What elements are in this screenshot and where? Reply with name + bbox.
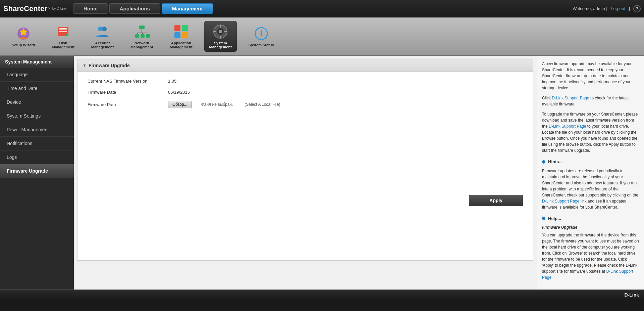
disk-management-label: DiskManagement [52,41,74,49]
hints-title: Hints... [548,159,562,165]
bottom-bar: D-Link [0,290,644,300]
icon-account-management[interactable]: AccountManagement [86,21,119,52]
right-panel-intro: A new firmware upgrade may be available … [542,61,639,91]
svg-text:i: i [260,28,263,38]
svg-rect-21 [174,32,180,38]
main-area: System Management Language Time and Date… [0,56,644,290]
system-management-icon [212,24,228,40]
system-status-icon: i [253,26,269,42]
help-icon[interactable]: ? [633,5,641,12]
icon-system-status[interactable]: i System Status [244,23,279,50]
svg-point-7 [66,34,68,36]
content-area: ▼ Firmware Upgrade Current NAS Firmware … [74,56,537,290]
icon-setup-wizard[interactable]: Setup Wizard [7,23,40,50]
svg-point-29 [219,30,222,33]
nav-tab-management[interactable]: Management [162,3,213,14]
logo-tm: ™ [47,7,51,10]
svg-point-8 [98,27,103,31]
firmware-date-value: 05/19/2015 [168,90,190,95]
sidebar: System Management Language Time and Date… [0,56,74,290]
sidebar-item-firmware-upgrade[interactable]: Firmware Upgrade [0,164,74,178]
help-subtitle: Firmware Upgrade [542,224,639,230]
topbar-right: Welcome, admin [ Log out ] ? [573,5,641,12]
hints-section: Hints... Firmware updates are released p… [542,159,639,210]
application-management-label: ApplicationManagement [170,41,192,49]
select-file-hint: (Select A Local File) [245,102,280,107]
network-management-icon [134,24,150,40]
setup-wizard-icon [15,26,32,42]
right-panel: A new firmware upgrade may be available … [537,56,644,290]
account-management-label: AccountManagement [91,41,114,49]
sidebar-item-time-and-date[interactable]: Time and Date [0,82,74,95]
svg-rect-5 [59,31,67,32]
dlink-logo: D-Link [624,292,639,298]
icon-bar: Setup Wizard DiskManagement AccountManag… [0,17,644,56]
logo-text: ShareCenter [3,4,47,13]
browse-button[interactable]: Обзор... [168,101,192,108]
dlink-support-link-3[interactable]: D-Link Support Page [542,199,579,204]
svg-rect-10 [139,26,145,29]
dlink-support-link-1[interactable]: D-Link Support Page [552,96,589,100]
apply-area: Apply [77,188,533,213]
help-text: You can upgrade the firmware of the devi… [542,232,639,280]
logout-link[interactable]: Log out [611,6,625,11]
help-title: Help... [548,215,561,222]
apply-button[interactable]: Apply [469,195,523,206]
help-dot [542,217,545,220]
firmware-path-label: Firmware Path [88,102,161,107]
setup-wizard-label: Setup Wizard [12,43,35,47]
system-management-label: SystemManagement [209,41,232,49]
firmware-section-header: ▼ Firmware Upgrade [77,59,533,72]
topbar: ShareCenter™ by D-Link Home Applications… [0,0,644,17]
sidebar-item-language[interactable]: Language [0,68,74,82]
hints-header: Hints... [542,159,639,165]
right-panel-upgrade: To upgrade the firmware on your ShareCen… [542,111,639,153]
firmware-version-label: Current NAS Firmware Version [88,79,161,84]
disk-management-icon [55,24,71,40]
sidebar-item-notifications[interactable]: Notifications [0,137,74,150]
svg-rect-12 [141,34,145,38]
hints-text: Firmware updates are released periodical… [542,168,639,210]
svg-rect-25 [220,25,221,28]
help-header: Help... [542,215,639,222]
logo-byline: by D-Link [52,7,66,10]
firmware-date-row: Firmware Date 05/19/2015 [88,90,523,95]
collapse-icon[interactable]: ▼ [83,63,87,68]
nav-tabs: Home Applications Management [73,3,213,14]
svg-point-9 [102,27,107,31]
account-management-icon [94,24,110,40]
sidebar-header: System Management [0,56,74,68]
svg-rect-20 [182,25,188,31]
firmware-path-row: Firmware Path Обзор... Файл не выбран. (… [88,101,523,108]
sidebar-item-system-settings[interactable]: System Settings [0,109,74,123]
svg-rect-4 [59,28,67,30]
file-not-selected: Файл не выбран. [201,102,233,107]
svg-rect-26 [220,36,221,38]
logo: ShareCenter™ by D-Link [3,4,66,13]
dlink-support-link-2[interactable]: D-Link Support Page [549,124,586,129]
firmware-title: Firmware Upgrade [89,63,130,68]
icon-application-management[interactable]: ApplicationManagement [165,21,197,52]
sidebar-item-power-management[interactable]: Power Management [0,123,74,137]
network-management-label: NetworkManagement [130,41,153,49]
click-text: Click [542,96,552,100]
help-text-1: You can upgrade the firmware of the devi… [542,233,639,274]
svg-rect-11 [135,34,139,38]
welcome-text: Welcome, admin [ [573,6,607,11]
svg-rect-27 [214,31,216,32]
icon-disk-management[interactable]: DiskManagement [47,21,79,52]
nav-tab-home[interactable]: Home [73,3,108,14]
svg-rect-13 [146,34,150,38]
icon-system-management[interactable]: SystemManagement [204,21,237,52]
svg-rect-22 [182,32,188,38]
firmware-version-value: 1.05 [168,79,176,84]
firmware-version-row: Current NAS Firmware Version 1.05 [88,79,523,84]
sidebar-item-device[interactable]: Device [0,95,74,109]
content-panel: ▼ Firmware Upgrade Current NAS Firmware … [77,59,533,261]
firmware-date-label: Firmware Date [88,90,161,95]
nav-tab-applications[interactable]: Applications [109,3,160,14]
icon-network-management[interactable]: NetworkManagement [125,21,158,52]
logout-suffix: ] [629,6,630,11]
help-section: Help... Firmware Upgrade You can upgrade… [542,215,639,281]
sidebar-item-logs[interactable]: Logs [0,150,74,164]
